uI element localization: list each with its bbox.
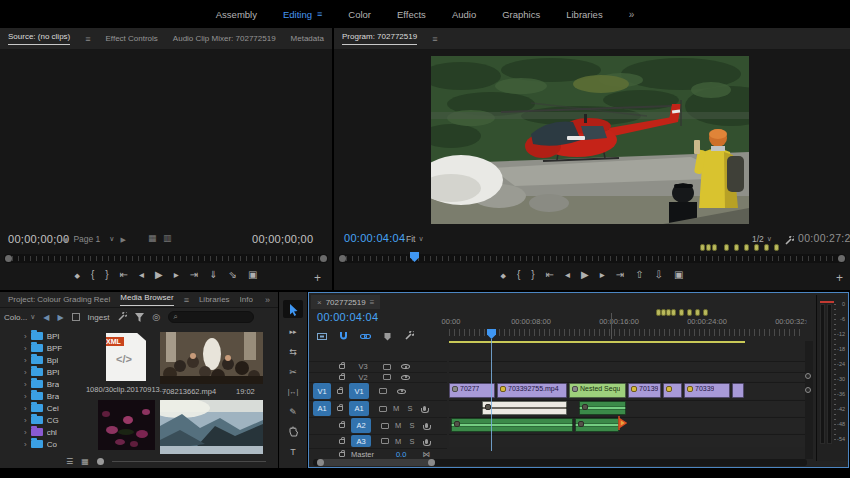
timeline-settings-wrench-icon[interactable] <box>404 327 414 345</box>
sequence-marker[interactable] <box>712 244 717 251</box>
timeline-clip[interactable]: 70139 <box>628 383 661 398</box>
lane-a3[interactable] <box>449 434 809 447</box>
timeline-current-timecode[interactable]: 00:00:04:04 <box>317 311 378 323</box>
mark-in-button[interactable]: { <box>91 270 94 280</box>
play-button[interactable]: ▶ <box>581 270 589 280</box>
track-visibility-eye-icon[interactable] <box>401 375 410 380</box>
tab-source[interactable]: Source: (no clips) <box>8 32 70 45</box>
export-frame-button[interactable]: ▣ <box>248 270 257 280</box>
sequence-marker[interactable] <box>734 244 739 251</box>
video-clip-name[interactable]: 708213662.mp4 <box>162 387 234 396</box>
sync-lock-icon[interactable] <box>383 374 391 380</box>
vscroll-knob[interactable] <box>805 387 811 393</box>
timeline-marker[interactable] <box>703 309 708 316</box>
lock-icon[interactable] <box>339 423 345 428</box>
sequence-marker[interactable] <box>764 244 769 251</box>
track-target-a3[interactable]: A3 <box>351 435 371 447</box>
audio-clip[interactable] <box>451 418 573 432</box>
program-panel-menu-icon[interactable]: ≡ <box>432 34 437 44</box>
folder-row[interactable]: ›Bpl <box>0 354 96 366</box>
step-forward-button[interactable]: ▸ <box>600 270 605 280</box>
fit-dropdown[interactable]: Fit ∨ <box>406 234 424 244</box>
source-current-timecode[interactable]: 00;00;00;00 <box>8 233 69 245</box>
folder-row[interactable]: ›BPI <box>0 366 96 378</box>
page-next-icon[interactable]: ▶ <box>120 236 125 243</box>
timeline-clip[interactable] <box>663 383 682 398</box>
timeline-horizontal-scrollbar[interactable] <box>313 459 807 466</box>
sequence-tab[interactable]: × 702772519 ≡ <box>311 295 380 309</box>
add-marker-button[interactable]: ◆ <box>75 272 80 279</box>
folder-row[interactable]: ›BPF <box>0 342 96 354</box>
vscroll-knob[interactable] <box>805 373 811 379</box>
sequence-marker[interactable] <box>706 244 711 251</box>
voiceover-mic-icon[interactable] <box>425 439 428 444</box>
hscroll-knob-right[interactable] <box>428 459 435 466</box>
page-label[interactable]: Page 1 <box>73 234 100 244</box>
workspace-tab-effects[interactable]: Effects <box>397 9 426 20</box>
solo-button[interactable]: S <box>405 421 419 430</box>
snap-magnet-icon[interactable] <box>339 327 348 345</box>
audio-clip[interactable] <box>579 401 626 415</box>
ripple-edit-tool[interactable]: ⇆ <box>283 345 303 358</box>
tab-info[interactable]: Info <box>240 295 253 304</box>
step-back-button[interactable]: ◂ <box>565 270 570 280</box>
source-button-editor[interactable]: + <box>314 271 321 285</box>
source-patch-v1[interactable]: V1 <box>313 383 331 399</box>
sync-lock-icon[interactable] <box>379 388 387 394</box>
tab-media-browser[interactable]: Media Browser <box>120 293 173 306</box>
tab-libraries[interactable]: Libraries <box>199 295 230 304</box>
voiceover-mic-icon[interactable] <box>425 423 428 428</box>
timeline-vertical-scrollbar[interactable] <box>805 341 813 459</box>
folder-row[interactable]: ›BPI <box>0 330 96 342</box>
audio-clip-selected[interactable] <box>482 401 567 415</box>
page-prev-icon[interactable]: ◀ <box>62 236 67 243</box>
track-target-a1[interactable]: A1 <box>349 401 369 416</box>
mark-in-button[interactable]: { <box>517 270 520 280</box>
tab-audio-clip-mixer[interactable]: Audio Clip Mixer: 702772519 <box>173 34 276 43</box>
step-back-button[interactable]: ◂ <box>139 270 144 280</box>
linked-selection-icon[interactable] <box>360 327 371 345</box>
go-to-in-button[interactable]: ⇤ <box>546 270 554 280</box>
timeline-marker[interactable] <box>687 309 692 316</box>
timeline-marker[interactable] <box>695 309 700 316</box>
playback-resolution-dropdown[interactable]: 1/2 ∨ <box>752 234 772 244</box>
solo-button[interactable]: S <box>403 404 417 413</box>
add-marker-icon[interactable] <box>383 327 392 345</box>
ingest-settings-wrench-icon[interactable] <box>117 308 127 326</box>
source-scroll-knob-right[interactable] <box>320 255 327 262</box>
tab-effect-controls[interactable]: Effect Controls <box>106 34 158 43</box>
forward-arrow-icon[interactable]: ▶ <box>57 313 63 322</box>
timeline-clip-nested[interactable]: Nested Sequ <box>569 383 626 398</box>
fit-sequence-icon[interactable]: ⋈ <box>422 450 430 459</box>
ingest-checkbox[interactable] <box>72 313 80 321</box>
sync-lock-icon[interactable] <box>383 364 391 370</box>
type-tool[interactable]: T <box>283 445 303 458</box>
tab-program[interactable]: Program: 702772519 <box>342 32 417 45</box>
overwrite-button[interactable]: ⇘ <box>229 270 237 280</box>
zoom-slider-handle[interactable] <box>97 458 104 465</box>
timeline-clip[interactable] <box>732 383 744 398</box>
folder-row[interactable]: ›CG <box>0 414 96 426</box>
lock-icon[interactable] <box>337 389 343 394</box>
workspace-tab-editing[interactable]: Editing <box>283 9 312 20</box>
workspace-tab-audio[interactable]: Audio <box>452 9 476 20</box>
folder-row[interactable]: ›chl <box>0 426 96 438</box>
hscroll-handle[interactable] <box>317 459 435 466</box>
workspace-tab-color[interactable]: Color <box>348 9 371 20</box>
sequence-marker[interactable] <box>724 244 729 251</box>
sync-lock-icon[interactable] <box>381 438 389 444</box>
export-frame-button[interactable]: ▣ <box>674 270 683 280</box>
timeline-clip[interactable]: 70339 <box>684 383 730 398</box>
pen-tool[interactable]: ✎ <box>283 405 303 418</box>
lock-icon[interactable] <box>339 439 345 444</box>
track-target-v1[interactable]: V1 <box>349 383 369 399</box>
project-tab-overflow-icon[interactable]: » <box>265 295 270 305</box>
hand-tool[interactable] <box>283 425 303 438</box>
video-clip-thumbnail[interactable] <box>160 332 263 384</box>
clip-indicator-red[interactable] <box>820 301 834 303</box>
source-scroll-knob-left[interactable] <box>5 255 12 262</box>
workspace-tab-assembly[interactable]: Assembly <box>216 9 257 20</box>
bin-dropdown[interactable]: Colo... ∨ <box>4 313 35 322</box>
solo-button[interactable]: S <box>405 437 419 446</box>
mute-button[interactable]: M <box>389 404 403 413</box>
